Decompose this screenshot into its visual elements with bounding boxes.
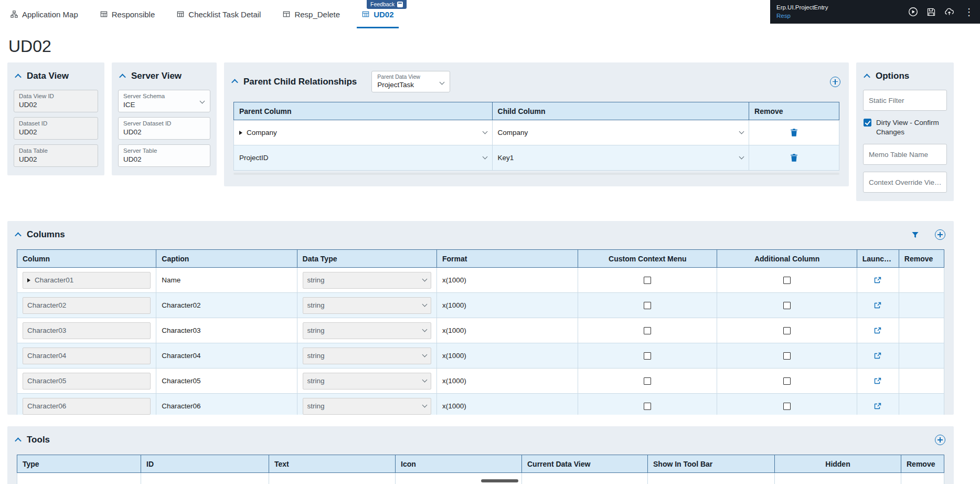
custom-context-menu-checkbox[interactable] [644, 377, 651, 385]
additional-column-checkbox[interactable] [783, 377, 791, 385]
data-type-value: string [307, 276, 325, 284]
save-button[interactable] [927, 8, 935, 16]
field-value: UD02 [19, 155, 37, 163]
caption-cell[interactable]: Name [156, 268, 297, 293]
parent-column-select[interactable]: Company [239, 129, 487, 136]
tools-panel: Tools Type ID Text Icon Current Data Vie… [7, 426, 954, 484]
tab-label: Checklist Task Detail [188, 10, 261, 19]
additional-column-checkbox[interactable] [783, 327, 791, 334]
remove-cell [899, 318, 944, 343]
caption-cell[interactable]: Character02 [156, 293, 297, 318]
launch-button[interactable] [874, 327, 882, 335]
filter-button[interactable] [911, 231, 919, 239]
panel-title: Parent Child Relationships [243, 77, 357, 87]
collapse-chevron-icon[interactable] [119, 73, 126, 80]
server-schema-select[interactable]: Server Schema ICE [118, 90, 210, 112]
add-relationship-button[interactable] [830, 77, 840, 87]
data-type-select[interactable]: string [303, 348, 431, 364]
memo-table-name-input[interactable] [863, 144, 947, 165]
custom-context-menu-checkbox[interactable] [644, 403, 651, 410]
child-column-select[interactable]: Key1 [498, 154, 744, 162]
static-filter-input[interactable] [863, 90, 947, 111]
data-type-select[interactable]: string [303, 322, 431, 339]
add-tool-button[interactable] [935, 435, 945, 445]
data-view-id-field: Data View ID UD02 [14, 90, 98, 112]
collapse-chevron-icon[interactable] [15, 73, 22, 80]
launch-button[interactable] [874, 402, 882, 411]
server-dataset-id-field[interactable]: Server Dataset ID UD02 [118, 117, 210, 140]
remove-cell [899, 293, 944, 318]
app-title: Erp.UI.ProjectEntry [776, 4, 828, 12]
data-type-select[interactable]: string [303, 373, 431, 390]
tab-application-map[interactable]: Application Map [5, 0, 83, 28]
tab-checklist-task-detail[interactable]: Checklist Task Detail [172, 0, 266, 28]
collapse-chevron-icon[interactable] [231, 79, 238, 86]
custom-context-menu-checkbox[interactable] [644, 302, 651, 309]
caption-cell[interactable]: Character04 [156, 343, 297, 369]
format-cell[interactable]: x(1000) [436, 268, 578, 293]
remove-row-button[interactable] [790, 153, 798, 162]
horizontal-scrollbar-thumb[interactable] [481, 479, 518, 482]
collapse-chevron-icon[interactable] [15, 437, 22, 444]
parent-data-view-select[interactable]: Parent Data View ProjectTask [371, 71, 450, 92]
horizontal-scrollbar[interactable] [233, 173, 839, 175]
column-row: Character06 Character06 string x(1000) [17, 394, 944, 415]
column-name-field: Character04 [23, 348, 151, 364]
dirty-view-checkbox[interactable] [864, 119, 871, 127]
parent-column-select[interactable]: ProjectID [239, 154, 487, 162]
custom-context-menu-checkbox[interactable] [644, 327, 651, 334]
data-type-select[interactable]: string [303, 398, 431, 415]
launch-button[interactable] [874, 377, 882, 385]
collapse-chevron-icon[interactable] [864, 73, 870, 80]
caption-cell[interactable]: Character06 [156, 394, 297, 415]
caption-cell[interactable]: Character03 [156, 318, 297, 343]
columns-grid: Column Caption Data Type Format Custom C… [17, 249, 944, 415]
tab-resp-delete[interactable]: Resp_Delete [278, 0, 345, 28]
format-cell[interactable]: x(1000) [436, 394, 578, 415]
column-row: Character03 Character03 string x(1000) [17, 318, 944, 343]
panel-title: Columns [27, 229, 65, 240]
server-table-field[interactable]: Server Table UD02 [118, 144, 210, 167]
child-column-select[interactable]: Company [498, 129, 744, 136]
format-cell[interactable]: x(1000) [436, 318, 578, 343]
context-override-view-input[interactable] [863, 172, 947, 193]
feedback-badge[interactable]: Feedback [367, 0, 407, 9]
publish-cloud-upload-button[interactable] [944, 8, 954, 16]
data-type-select[interactable]: string [303, 297, 431, 314]
custom-context-menu-checkbox[interactable] [644, 277, 651, 284]
panel-title: Server View [131, 71, 182, 81]
overflow-menu-button[interactable]: ⋮ [963, 7, 975, 17]
collapse-chevron-icon[interactable] [15, 232, 22, 239]
additional-column-checkbox[interactable] [783, 352, 791, 360]
chevron-down-icon [739, 129, 744, 134]
data-type-select[interactable]: string [303, 272, 431, 289]
tab-responsible[interactable]: Responsible [95, 0, 161, 28]
additional-column-checkbox[interactable] [783, 302, 791, 309]
app-context-link[interactable]: Resp [776, 12, 828, 20]
launch-button[interactable] [874, 301, 882, 310]
caption-cell[interactable]: Character05 [156, 369, 297, 394]
format-cell[interactable]: x(1000) [436, 369, 578, 394]
column-header: Type [17, 455, 141, 473]
additional-column-checkbox[interactable] [783, 277, 791, 284]
launch-button[interactable] [874, 352, 882, 360]
launch-button[interactable] [874, 276, 882, 285]
grid-icon [177, 10, 184, 18]
remove-row-button[interactable] [790, 128, 798, 137]
remove-cell [899, 369, 944, 394]
chevron-down-icon [422, 352, 427, 357]
column-header: Child Column [492, 102, 749, 120]
field-label: Data Table [19, 148, 93, 154]
chevron-down-icon [440, 80, 445, 85]
format-cell[interactable]: x(1000) [436, 343, 578, 369]
chevron-down-icon [482, 154, 487, 160]
format-cell[interactable]: x(1000) [436, 293, 578, 318]
field-value: UD02 [123, 128, 142, 136]
add-column-button[interactable] [935, 229, 945, 240]
additional-column-checkbox[interactable] [783, 403, 791, 410]
data-table-field: Data Table UD02 [14, 144, 98, 167]
preview-run-button[interactable] [908, 7, 918, 17]
parent-child-grid: Parent Column Child Column Remove Compan… [233, 102, 839, 171]
custom-context-menu-checkbox[interactable] [644, 352, 651, 360]
page-title: UD02 [8, 37, 980, 56]
